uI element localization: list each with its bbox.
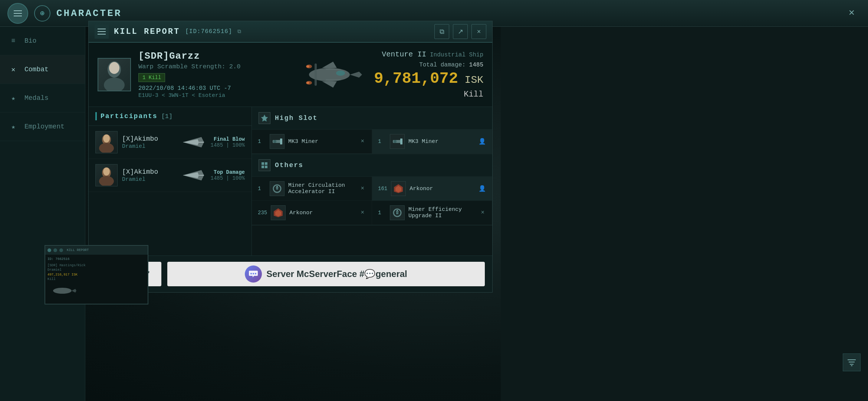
svg-point-46: [255, 273, 256, 274]
dialog-menu-icon: [98, 29, 106, 35]
combat-icon: ✕: [7, 63, 19, 75]
others-icon: [259, 159, 270, 171]
high-slot-section: High Slot 1 MK3 Miner: [252, 107, 492, 154]
svg-point-18: [103, 167, 110, 176]
others-items: 1 Miner Circulation Accelerator II ×: [252, 177, 492, 225]
fitting-item-arkonor-right[interactable]: 161 Arkonor 👤: [372, 177, 492, 201]
svg-rect-5: [315, 63, 317, 86]
fitting-item-mk3-left[interactable]: 1 MK3 Miner ×: [252, 130, 372, 154]
ship-class: Industrial Ship: [430, 52, 483, 58]
kill-report-dialog: KILL REPORT [ID:7662516] ⧉ ⧉ ↗ × [SDR]Ga…: [88, 21, 493, 293]
fitting-item-mca[interactable]: 1 Miner Circulation Accelerator II ×: [252, 177, 372, 201]
left-sidebar: ≡ Bio ✕ Combat ★ Medals ★ Employment: [0, 27, 85, 401]
arkonor-name-left: Arkonor: [289, 210, 355, 216]
sidebar-label-medals: Medals: [24, 94, 49, 102]
svg-point-8: [306, 65, 309, 68]
app-close-button[interactable]: ×: [843, 4, 861, 22]
sidebar-label-employment: Employment: [24, 123, 65, 130]
total-damage-label: Total damage: 1485: [374, 62, 483, 68]
mk3-miner-icon-left: [270, 134, 285, 149]
svg-rect-26: [262, 162, 264, 165]
sidebar-item-medals[interactable]: ★ Medals: [0, 84, 85, 113]
high-slot-items: 1 MK3 Miner × 1: [252, 130, 492, 154]
minimap-ship: [47, 283, 77, 298]
participant-ship-2: Dramiel: [122, 176, 176, 183]
arkonor-remove-left[interactable]: ×: [359, 208, 366, 218]
kill-badge: 1 Kill: [138, 73, 165, 82]
ship-svg: [294, 54, 365, 95]
dialog-actions: ⧉ ↗ ×: [434, 24, 486, 39]
meu-remove[interactable]: ×: [479, 208, 486, 218]
participant-row[interactable]: [X]Akimbo Dramiel Final Blow 1485 |: [89, 126, 251, 159]
meu-name: Miner Efficiency Upgrade II: [408, 206, 476, 219]
mk3-miner-person-right: 👤: [479, 138, 486, 145]
others-section: Others 1 Miner Circulation Ac: [252, 154, 492, 225]
kill-location: E1UU-3 < 3WN-1T < Esoteria: [138, 92, 285, 99]
participants-header: Participants [1]: [89, 107, 251, 126]
mk3-miner-icon-right: [390, 134, 405, 149]
dialog-close-button[interactable]: ×: [471, 24, 486, 39]
dialog-header: KILL REPORT [ID:7662516] ⧉ ⧉ ↗ ×: [89, 21, 492, 43]
participant-face-2: [96, 164, 117, 186]
sidebar-item-combat[interactable]: ✕ Combat: [0, 55, 85, 84]
svg-rect-27: [265, 162, 267, 165]
filter-icon: [847, 358, 857, 366]
filter-button[interactable]: [843, 353, 861, 371]
fitting-panel: High Slot 1 MK3 Miner: [252, 107, 492, 255]
svg-rect-28: [262, 166, 264, 168]
dialog-copy-button[interactable]: ⧉: [434, 24, 449, 39]
arkonor-icon-left: [271, 205, 286, 220]
minimap-overlay: KILL REPORT ID: 7662516 [SDR] Hastings/R…: [45, 245, 148, 304]
participant-name-2: [X]Akimbo: [122, 168, 176, 176]
participant-info-1: [X]Akimbo Dramiel: [122, 135, 176, 150]
minimap-content: ID: 7662516 [SDR] Hastings/RickDramiel 4…: [45, 255, 148, 302]
kill-type: Kill: [374, 90, 483, 99]
participants-count: [1]: [161, 113, 173, 120]
minimap-id: ID: 7662516: [47, 257, 145, 262]
employment-icon: ★: [7, 121, 19, 133]
mca-name: Miner Circulation Accelerator II: [288, 182, 355, 195]
svg-rect-37: [396, 212, 398, 214]
svg-point-22: [273, 140, 276, 143]
participants-panel: Participants [1] [X]Akimbo Dra: [89, 107, 252, 255]
sidebar-item-bio[interactable]: ≡ Bio: [0, 27, 85, 55]
mca-icon: [270, 181, 285, 196]
vitruvian-icon: ⊕: [34, 5, 50, 22]
meu-icon: [390, 205, 405, 220]
sidebar-item-employment[interactable]: ★ Employment: [0, 113, 85, 141]
participant-ship-1: Dramiel: [122, 143, 176, 150]
kill-isk-info: Venture II Industrial Ship Total damage:…: [374, 50, 483, 99]
fitting-item-meu[interactable]: 1 Miner Efficiency Upgrade II ×: [372, 201, 492, 225]
server-chat-button[interactable]: Server McServerFace #💬general: [167, 262, 485, 286]
participant-face-1: [96, 131, 117, 153]
mk3-miner-remove-left[interactable]: ×: [359, 137, 366, 146]
fitting-item-mk3-right[interactable]: 1 MK3 Miner 👤: [372, 130, 492, 154]
participant-info-2: [X]Akimbo Dramiel: [122, 168, 176, 183]
victim-info: [SDR]Garzz Warp Scramble Strength: 2.0 1…: [138, 50, 285, 99]
dialog-body: Participants [1] [X]Akimbo Dra: [89, 107, 492, 255]
dialog-export-button[interactable]: ↗: [453, 24, 468, 39]
victim-face-image: [98, 58, 130, 91]
participant-stats-1: Final Blow 1485 | 100%: [211, 136, 245, 148]
dialog-menu-button[interactable]: [95, 25, 109, 39]
hamburger-button[interactable]: [7, 3, 28, 24]
sidebar-label-bio: Bio: [24, 37, 36, 45]
victim-silhouette: [99, 59, 129, 91]
svg-rect-21: [280, 138, 282, 144]
svg-point-9: [306, 82, 309, 84]
server-chat-icon: [245, 265, 262, 283]
right-panel: [501, 27, 868, 401]
minimap-title: KILL REPORT: [67, 248, 89, 252]
mca-remove[interactable]: ×: [359, 184, 366, 193]
dialog-title: KILL REPORT: [114, 27, 180, 36]
participant-row-2[interactable]: [X]Akimbo Dramiel Top Damage 1485 |: [89, 159, 251, 192]
ship-type: Venture II: [382, 50, 426, 59]
bio-icon: ≡: [7, 35, 19, 47]
minimap-dot-1: [47, 248, 51, 252]
svg-point-17: [99, 176, 114, 186]
others-header: Others: [252, 154, 492, 177]
minimap-detail: [SDR] Hastings/RickDramiel 497,216,917 I…: [47, 263, 145, 282]
fitting-item-arkonor-left[interactable]: 235 Arkonor ×: [252, 201, 372, 225]
participant-avatar-1: [95, 131, 118, 153]
accent-bar: [95, 112, 97, 120]
